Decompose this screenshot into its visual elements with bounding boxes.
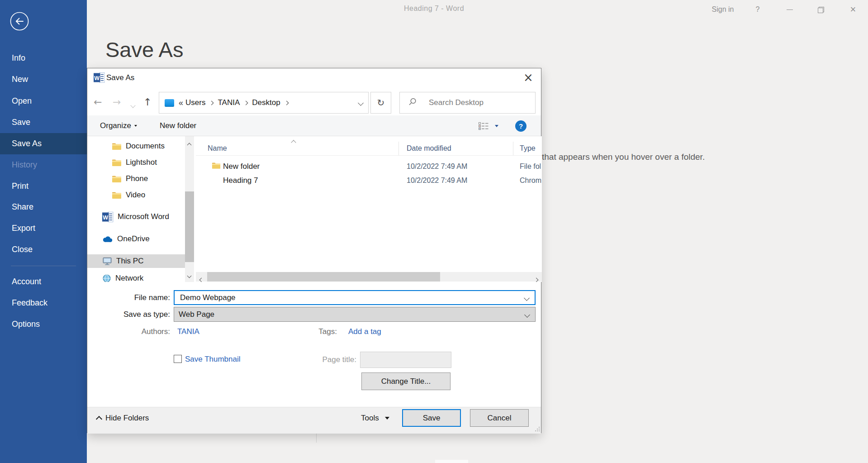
dialog-toolbar: Organize New folder ? [87,115,541,136]
breadcrumb-separator-icon[interactable] [209,100,214,105]
sidebar-divider [11,266,76,266]
page-title-field[interactable] [360,352,451,368]
save-as-type-value: Web Page [179,310,214,319]
help-icon[interactable]: ? [515,120,526,132]
nav-item-this-pc[interactable]: This PC [87,254,185,268]
breadcrumb-separator-icon[interactable] [244,100,248,105]
horizontal-scrollbar[interactable] [196,272,542,282]
sidebar-item-share[interactable]: Share [0,196,87,218]
nav-item-label: Lightshot [126,158,157,167]
chevron-down-icon [385,417,389,420]
sidebar-item-options[interactable]: Options [0,314,87,335]
file-name-label: File name: [87,293,170,302]
sidebar-item-save[interactable]: Save [0,112,87,133]
nav-item-video[interactable]: Video [87,188,185,202]
sidebar-item-open[interactable]: Open [0,91,87,112]
folder-icon [212,162,221,172]
nav-item-lightshot[interactable]: Lightshot [87,156,185,169]
background-divider [316,434,317,443]
network-icon [102,274,111,282]
restore-icon[interactable] [812,0,830,19]
resize-grip[interactable] [535,427,540,431]
breadcrumb-tania[interactable]: TANIA [218,98,240,107]
nav-item-label: Video [126,191,145,200]
add-a-tag-link[interactable]: Add a tag [348,327,381,336]
chevron-down-icon[interactable] [525,310,529,319]
new-folder-button[interactable]: New folder [160,115,196,136]
word-app-icon: W [94,72,105,85]
file-name-input[interactable] [179,293,516,303]
ribbon-help-icon[interactable]: ? [749,0,767,19]
scroll-left-icon[interactable] [200,275,203,282]
authors-value[interactable]: TANIA [177,327,199,336]
column-separator[interactable] [398,142,399,155]
nav-item-label: Documents [126,142,165,151]
address-bar[interactable]: « Users TANIA Desktop [159,92,369,114]
nav-item-phone[interactable]: Phone [87,172,185,186]
nav-back-icon[interactable]: ← [94,95,102,109]
sidebar-item-info[interactable]: Info [0,48,87,69]
column-header-name[interactable]: Name [208,142,227,155]
nav-item-onedrive[interactable]: OneDrive [87,232,185,246]
save-button[interactable]: Save [402,409,461,427]
page-title-label: Page title: [295,355,356,364]
sidebar-item-export[interactable]: Export [0,218,87,239]
column-separator[interactable] [513,142,513,155]
backstage-sidebar: Info New Open Save Save As History Print… [0,0,87,463]
sign-in-button[interactable]: Sign in [707,0,739,19]
address-dropdown-icon[interactable] [359,98,363,107]
nav-item-documents[interactable]: Documents [87,139,185,153]
search-box[interactable] [399,92,536,114]
refresh-icon[interactable]: ↻ [370,92,391,114]
breadcrumb-desktop[interactable]: Desktop [252,98,280,107]
change-title-button[interactable]: Change Title... [361,372,451,390]
nav-scrollbar[interactable] [185,136,194,282]
save-thumbnail-checkbox[interactable] [174,355,182,363]
window-close-icon[interactable]: × [843,0,863,19]
nav-up-icon[interactable]: ↑ [143,95,152,109]
column-header-type[interactable]: Type [520,142,536,155]
view-mode-button[interactable] [478,115,498,136]
cancel-button[interactable]: Cancel [470,409,529,427]
organize-label: Organize [100,121,131,130]
sidebar-item-feedback[interactable]: Feedback [0,292,87,314]
search-icon [408,97,417,109]
search-input[interactable] [428,98,529,108]
nav-scrollbar-thumb[interactable] [185,191,194,262]
file-name-combobox[interactable] [174,290,536,305]
sidebar-item-save-as[interactable]: Save As [0,133,87,154]
scroll-down-icon[interactable] [188,271,191,280]
sidebar-item-account[interactable]: Account [0,271,87,292]
nav-item-label: Network [115,274,143,282]
organize-button[interactable]: Organize [100,115,137,136]
recent-locations-icon[interactable] [131,100,135,110]
page-title: Save As [105,37,183,62]
tools-button[interactable]: Tools [361,407,389,430]
nav-item-network[interactable]: Network [87,272,185,282]
sidebar-item-close[interactable]: Close [0,239,87,260]
chevron-down-icon[interactable] [525,293,529,302]
breadcrumb-separator-icon[interactable] [284,100,289,105]
sort-ascending-icon[interactable] [292,138,295,147]
authors-label: Authors: [104,327,170,336]
file-type: File fol [520,162,541,171]
save-as-type-combobox[interactable]: Web Page [174,307,536,322]
save-thumbnail-label[interactable]: Save Thumbnail [185,355,241,364]
dialog-title: Save As [106,73,134,82]
dialog-close-icon[interactable]: × [517,68,540,86]
back-button[interactable] [9,11,29,31]
sidebar-item-history: History [0,154,87,176]
column-header-date-modified[interactable]: Date modified [407,142,451,155]
sidebar-item-new[interactable]: New [0,69,87,90]
scroll-right-icon[interactable] [535,275,538,282]
horizontal-scrollbar-thumb[interactable] [207,272,440,282]
tags-label: Tags: [291,327,337,336]
breadcrumb-users[interactable]: Users [185,98,205,107]
nav-item-microsoft-word[interactable]: W Microsoft Word [87,210,185,224]
hide-folders-button[interactable]: Hide Folders [97,407,149,430]
new-folder-label: New folder [160,121,196,130]
sidebar-item-print[interactable]: Print [0,176,87,197]
breadcrumb-overflow-icon[interactable]: « [179,98,183,108]
scroll-up-icon[interactable] [188,140,191,149]
minimize-icon[interactable] [781,0,799,19]
